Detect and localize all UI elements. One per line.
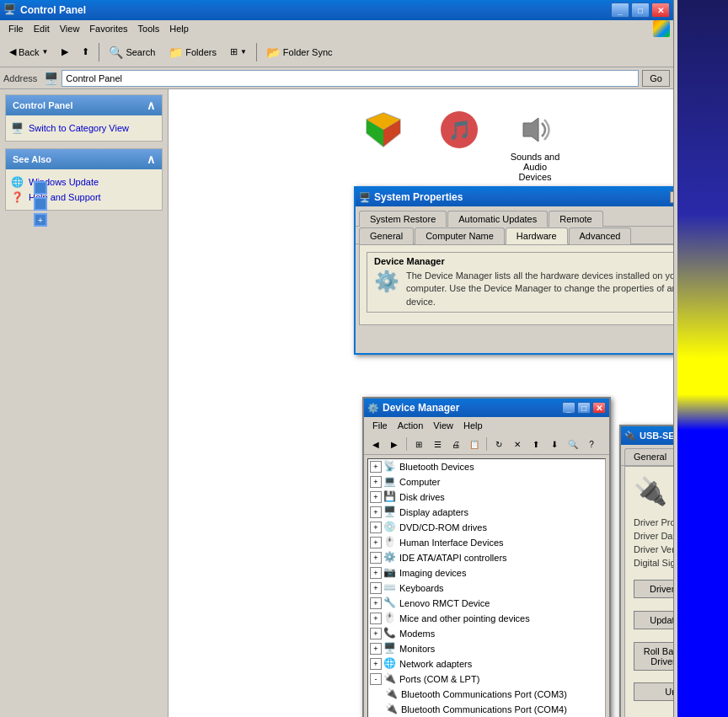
switch-category-link[interactable]: 🖥️ Switch to Category View xyxy=(11,120,157,136)
dvd-label: DVD/CD-ROM drives xyxy=(399,522,487,532)
tree-modems[interactable]: + 📞 Modems xyxy=(368,626,605,641)
maximize-button[interactable]: □ xyxy=(631,3,650,18)
collapse-btn[interactable]: ∧ xyxy=(147,99,155,112)
mice-label: Mice and other pointing devices xyxy=(399,613,530,623)
dm-minimize[interactable]: _ xyxy=(562,402,575,414)
xp-dot-2[interactable] xyxy=(34,197,47,211)
up-button[interactable]: ⬆ xyxy=(76,40,95,64)
dm-btn-help[interactable]: ? xyxy=(583,436,600,452)
folders-button[interactable]: 📁 Folders xyxy=(163,40,222,64)
tree-disk[interactable]: + 💾 Disk drives xyxy=(368,490,605,505)
tree-imaging[interactable]: + 📷 Imaging devices xyxy=(368,565,605,581)
expand-ide[interactable]: + xyxy=(370,552,382,564)
go-button[interactable]: Go xyxy=(642,70,670,87)
tab-computer-name[interactable]: Computer Name xyxy=(415,227,505,244)
tree-keyboards[interactable]: + ⌨️ Keyboards xyxy=(368,581,605,596)
dm-menu-help[interactable]: Help xyxy=(458,419,488,432)
sounds-icon[interactable]: 🎵 xyxy=(430,106,489,185)
windows-update-link[interactable]: 🌐 Windows Update xyxy=(11,174,157,190)
tab-general[interactable]: General xyxy=(359,227,414,244)
search-button[interactable]: 🔍 Search xyxy=(103,40,161,64)
update-driver-button[interactable]: Update Driver... xyxy=(634,611,673,629)
back-button[interactable]: ◀ Back ▼ xyxy=(3,40,54,64)
device-tree[interactable]: + 📡 Bluetooth Devices + 💻 Computer + 💾 xyxy=(367,458,606,717)
dm-btn-scan[interactable]: 🔍 xyxy=(565,436,581,452)
tree-lenovo[interactable]: + 🔧 Lenovo RMCT Device xyxy=(368,596,605,611)
help-support-link[interactable]: ❓ Help and Support xyxy=(11,190,157,205)
menu-file[interactable]: File xyxy=(3,22,29,35)
tree-mice[interactable]: + 🖱️ Mice and other pointing devices xyxy=(368,611,605,626)
menu-favorites[interactable]: Favorites xyxy=(84,22,132,35)
expand-modems[interactable]: + xyxy=(370,628,382,639)
dm-btn-remove[interactable]: ✕ xyxy=(509,436,526,452)
tree-network[interactable]: + 🌐 Network adapters xyxy=(368,656,605,672)
xp-dot-1[interactable] xyxy=(34,181,47,195)
tree-dvd[interactable]: + 💿 DVD/CD-ROM drives xyxy=(368,520,605,535)
computer-label: Computer xyxy=(399,477,440,487)
dm-menu-view[interactable]: View xyxy=(428,419,458,432)
security-center-icon[interactable] xyxy=(354,106,413,185)
dm-btn-print[interactable]: 🖨 xyxy=(447,436,464,452)
close-button[interactable]: ✕ xyxy=(651,3,670,18)
audio-devices-icon[interactable]: Sounds and Audio Devices xyxy=(506,106,565,185)
tree-computer[interactable]: + 💻 Computer xyxy=(368,474,605,490)
dm-btn-prop[interactable]: 📋 xyxy=(466,436,483,452)
dm-btn-rollback[interactable]: ⬇ xyxy=(546,436,563,452)
tab-remote[interactable]: Remote xyxy=(549,211,603,227)
roll-back-driver-button[interactable]: Roll Back Driver xyxy=(634,642,673,671)
tab-general[interactable]: General xyxy=(624,448,673,465)
expand-disk[interactable]: + xyxy=(370,491,382,503)
dm-btn-refresh[interactable]: ↻ xyxy=(490,436,507,452)
expand-bluetooth[interactable]: + xyxy=(370,461,382,473)
folder-sync-button[interactable]: 📂 Folder Sync xyxy=(260,40,339,64)
driver-details-button[interactable]: Driver Details... xyxy=(634,580,673,598)
tree-monitors[interactable]: + 🖥️ Monitors xyxy=(368,641,605,656)
dm-btn-view1[interactable]: ⊞ xyxy=(410,436,427,452)
uninstall-driver-button[interactable]: Uninstall xyxy=(634,682,673,701)
expand-lenovo[interactable]: + xyxy=(370,597,382,609)
expand-network[interactable]: + xyxy=(370,658,382,670)
tree-display[interactable]: + 🖥️ Display adapters xyxy=(368,505,605,520)
device-manager-section: Device Manager ⚙️ The Device Manager lis… xyxy=(367,252,673,313)
address-input[interactable]: Control Panel xyxy=(62,70,639,87)
tab-hardware[interactable]: Hardware xyxy=(506,227,568,244)
forward-button[interactable]: ▶ xyxy=(56,40,74,64)
expand-keyboards[interactable]: + xyxy=(370,582,382,594)
tree-ports[interactable]: - 🔌 Ports (COM & LPT) xyxy=(368,672,605,687)
dm-btn-update[interactable]: ⬆ xyxy=(527,436,544,452)
dm-btn-view2[interactable]: ☰ xyxy=(429,436,446,452)
tree-bluetooth[interactable]: + 📡 Bluetooth Devices xyxy=(368,459,605,474)
imaging-icon: 📷 xyxy=(383,566,397,580)
tab-automatic-updates[interactable]: Automatic Updates xyxy=(447,211,548,227)
tab-system-restore[interactable]: System Restore xyxy=(359,211,447,227)
dm-btn-back[interactable]: ◀ xyxy=(367,436,384,452)
menu-edit[interactable]: Edit xyxy=(29,22,55,35)
dm-menu-file[interactable]: File xyxy=(367,419,393,432)
hid-icon: 🖱️ xyxy=(383,536,397,549)
sys-help-btn[interactable]: ? xyxy=(670,191,673,203)
menu-view[interactable]: View xyxy=(55,22,85,35)
view-button[interactable]: ⊞ ▼ xyxy=(224,40,253,64)
tree-com3[interactable]: 🔌 Bluetooth Communications Port (COM3) xyxy=(383,687,605,702)
expand-ports[interactable]: - xyxy=(370,673,382,685)
expand-dvd[interactable]: + xyxy=(370,522,382,533)
dm-close[interactable]: ✕ xyxy=(592,402,606,414)
tree-hid[interactable]: + 🖱️ Human Interface Devices xyxy=(368,535,605,550)
menu-help[interactable]: Help xyxy=(164,22,194,35)
dm-maximize[interactable]: □ xyxy=(577,402,591,414)
expand-monitors[interactable]: + xyxy=(370,643,382,655)
expand-imaging[interactable]: + xyxy=(370,567,382,579)
menu-tools[interactable]: Tools xyxy=(133,22,165,35)
expand-display[interactable]: + xyxy=(370,506,382,518)
xp-plus-btn[interactable]: + xyxy=(34,213,47,227)
tree-com4[interactable]: 🔌 Bluetooth Communications Port (COM4) xyxy=(383,702,605,717)
dm-btn-forward[interactable]: ▶ xyxy=(386,436,403,452)
expand-hid[interactable]: + xyxy=(370,537,382,548)
see-also-collapse[interactable]: ∧ xyxy=(147,152,155,166)
tab-advanced[interactable]: Advanced xyxy=(569,227,632,244)
tree-ide[interactable]: + ⚙️ IDE ATA/ATAPI controllers xyxy=(368,550,605,565)
expand-computer[interactable]: + xyxy=(370,476,382,488)
expand-mice[interactable]: + xyxy=(370,613,382,624)
minimize-button[interactable]: _ xyxy=(611,3,629,18)
dm-menu-action[interactable]: Action xyxy=(393,419,429,432)
